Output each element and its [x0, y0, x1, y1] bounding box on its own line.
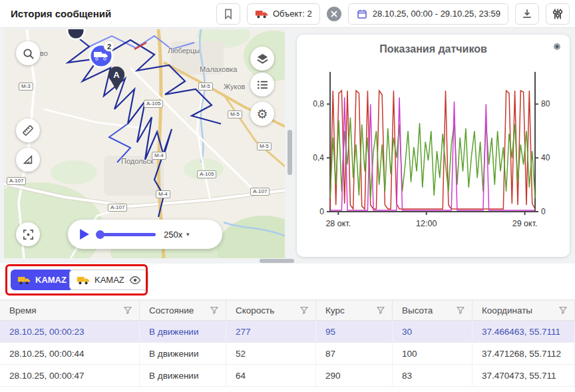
- vertical-scrollbar-thumb[interactable]: [288, 130, 292, 175]
- chart-header: Показания датчиков: [297, 35, 570, 64]
- svg-text:0: 0: [541, 207, 546, 216]
- focus-icon: [22, 228, 35, 241]
- horizontal-scrollbar-thumb[interactable]: [260, 259, 294, 263]
- table-cell: 277: [226, 321, 316, 342]
- app-window: История сообщений Объект: 2: [0, 0, 575, 392]
- column-header-4: Высота: [393, 300, 473, 320]
- road-shield-label: М-5: [228, 110, 242, 118]
- filter-icon[interactable]: [123, 305, 132, 315]
- search-icon: [22, 47, 35, 60]
- unit-tag-label: KAMAZ: [95, 275, 124, 285]
- map-city-label: Малаховка: [200, 65, 237, 73]
- svg-text:40: 40: [541, 153, 550, 162]
- vehicle-count-badge: 2: [107, 43, 111, 51]
- filter-icon[interactable]: [299, 305, 309, 315]
- table-cell: 28.10.25, 00:00:44: [0, 343, 140, 364]
- table-row[interactable]: 28.10.25, 00:00:23В движении277953037.46…: [0, 321, 575, 343]
- calendar-icon: [356, 8, 368, 20]
- table-cell: В движении: [140, 343, 226, 364]
- svg-text:0,8: 0,8: [313, 99, 324, 108]
- record-icon[interactable]: [554, 43, 560, 50]
- filter-icon[interactable]: [210, 305, 219, 315]
- bottom-panel: KAMAZ KAMAZ ВремяСостояниеСкоростьКурсВы…: [0, 264, 575, 392]
- table-cell: 37.470473, 55.711: [473, 365, 575, 386]
- map-focus-button[interactable]: [16, 222, 40, 246]
- table-cell: 87: [316, 343, 393, 364]
- map-ruler-button[interactable]: [16, 118, 40, 142]
- sensor-chart-card: Показания датчиков 000,4400,88028 окт.12…: [297, 35, 570, 257]
- download-button[interactable]: [515, 3, 539, 25]
- svg-text:28 окт.: 28 окт.: [325, 219, 351, 228]
- filter-icon[interactable]: [456, 305, 465, 315]
- road-shield-label: А-107: [7, 177, 26, 185]
- pin-a-label: A: [113, 70, 120, 80]
- truck-icon: [17, 276, 31, 285]
- object-filter-chip[interactable]: Объект: 2: [247, 3, 320, 25]
- clear-object-button[interactable]: [327, 7, 341, 21]
- table-cell: В движении: [140, 321, 226, 342]
- road-shield-label: М-3: [19, 83, 33, 91]
- map-city-label: Подольск: [121, 157, 154, 165]
- map-settings-button[interactable]: ⚙: [250, 102, 274, 126]
- bookmark-icon: [222, 7, 235, 21]
- map-list-button[interactable]: [250, 73, 274, 97]
- column-header-label: Координаты: [482, 305, 532, 315]
- playback-slider-knob[interactable]: [96, 230, 104, 239]
- close-icon: [331, 11, 337, 17]
- table-cell: 290: [316, 365, 393, 386]
- object-chip-label: Объект: 2: [273, 9, 312, 19]
- top-bar: История сообщений Объект: 2: [0, 0, 575, 28]
- unit-tag-kamaz[interactable]: KAMAZ: [69, 270, 148, 290]
- chevron-down-icon: ▼: [185, 232, 190, 238]
- map-angle-button[interactable]: [16, 148, 40, 172]
- table-cell: 37.466463, 55.7111: [473, 321, 575, 342]
- eye-icon[interactable]: [129, 276, 141, 285]
- filter-icon[interactable]: [558, 305, 568, 315]
- svg-text:0: 0: [319, 207, 324, 216]
- column-header-label: Состояние: [149, 305, 194, 315]
- road-shield-label: А-105: [197, 170, 216, 178]
- unit-tag-kamaz-active[interactable]: KAMAZ: [11, 270, 73, 290]
- bookmark-button[interactable]: [216, 3, 240, 25]
- playback-speed-value: 250x: [164, 230, 182, 240]
- table-cell: 83: [393, 365, 473, 386]
- table-cell: 37.471268, 55.7112: [473, 343, 575, 364]
- filter-icon[interactable]: [376, 305, 385, 315]
- map-search-button[interactable]: [16, 41, 40, 65]
- table-cell: 30: [393, 321, 473, 342]
- triangle-ruler-icon: [22, 154, 34, 166]
- date-range-button[interactable]: 28.10.25, 00:00 - 29.10.25, 23:59: [348, 3, 508, 25]
- chart-title: Показания датчиков: [379, 43, 487, 55]
- column-header-label: Курс: [325, 305, 345, 315]
- layers-icon: [256, 53, 269, 65]
- table-header-row: ВремяСостояниеСкоростьКурсВысотаКоордина…: [0, 299, 575, 321]
- column-header-label: Высота: [402, 305, 433, 315]
- filter-settings-button[interactable]: [546, 3, 570, 25]
- truck-icon: [255, 9, 268, 19]
- marker-partial[interactable]: [67, 29, 85, 39]
- playback-slider[interactable]: [97, 233, 156, 236]
- unit-tag-label: KAMAZ: [35, 275, 67, 285]
- road-shield-label: А-105: [144, 100, 163, 108]
- top-bar-actions: Объект: 2 28.10.25, 00:00 - 29.10.25, 23…: [216, 3, 570, 25]
- road-shield-label: А-107: [108, 204, 127, 212]
- playback-bar: 250x ▼: [68, 220, 222, 249]
- gear-icon: ⚙: [256, 108, 268, 120]
- column-header-3: Курс: [316, 300, 393, 320]
- table-row[interactable]: 28.10.25, 00:00:47В движении642908337.47…: [0, 365, 575, 387]
- map-city-label: Люберцы: [168, 47, 200, 55]
- table-cell: 28.10.25, 00:00:47: [0, 365, 140, 386]
- play-button[interactable]: [80, 229, 89, 240]
- svg-text:80: 80: [541, 99, 550, 108]
- column-header-1: Состояние: [140, 300, 226, 320]
- svg-text:0,4: 0,4: [313, 153, 324, 162]
- playback-speed-select[interactable]: 250x ▼: [164, 230, 190, 240]
- table-cell: 100: [393, 343, 473, 364]
- table-body: 28.10.25, 00:00:23В движении277953037.46…: [0, 321, 575, 387]
- sliders-icon: [551, 7, 564, 21]
- page-title: История сообщений: [11, 8, 111, 19]
- column-header-label: Скорость: [236, 305, 274, 315]
- map-layers-button[interactable]: [250, 47, 274, 71]
- table-row[interactable]: 28.10.25, 00:00:44В движении528710037.47…: [0, 343, 575, 365]
- map-panel[interactable]: A 2 овоЛюберцыМалаховкаЖуковПодольскМ-3М…: [4, 29, 285, 258]
